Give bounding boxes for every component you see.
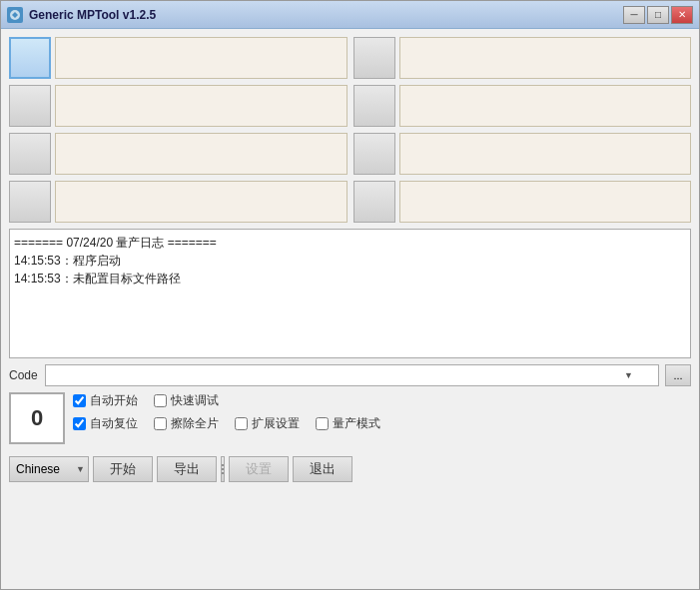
maximize-button[interactable]: □ [647, 6, 669, 24]
mass-production-checkbox[interactable] [316, 417, 329, 430]
device-row-4 [9, 181, 348, 223]
device-button-5[interactable] [353, 37, 395, 79]
erase-all-label: 擦除全片 [171, 415, 219, 432]
auto-reset-label: 自动复位 [90, 415, 138, 432]
device-field-2 [55, 85, 348, 127]
start-button[interactable]: 开始 [93, 456, 153, 482]
export-button[interactable]: 导出 [157, 456, 217, 482]
auto-reset-checkbox[interactable] [73, 417, 86, 430]
checkboxes-section: 自动开始 快速调试 自动复位 擦除全片 [73, 392, 691, 432]
device-button-2[interactable] [9, 85, 51, 127]
device-field-6 [399, 85, 692, 127]
app-icon [7, 7, 23, 23]
expand-settings-label: 扩展设置 [252, 415, 300, 432]
device-button-7[interactable] [353, 133, 395, 175]
expand-settings-checkbox[interactable] [235, 417, 248, 430]
main-window: Generic MPTool v1.2.5 ─ □ ✕ [0, 0, 700, 590]
checkbox-row-2: 自动复位 擦除全片 扩展设置 量产模式 [73, 415, 691, 432]
erase-all-checkbox[interactable] [154, 417, 167, 430]
auto-reset-checkbox-item[interactable]: 自动复位 [73, 415, 138, 432]
device-button-8[interactable] [353, 181, 395, 223]
bottom-section: 0 自动开始 快速调试 自动复位 [9, 392, 691, 444]
device-field-7 [399, 133, 692, 175]
device-button-4[interactable] [9, 181, 51, 223]
device-row-6 [353, 85, 692, 127]
close-button[interactable]: ✕ [671, 6, 693, 24]
log-line-1: ======= 07/24/20 量产日志 ======= [14, 234, 686, 252]
action-buttons-row: Chinese English ▼ 开始 导出 设置 退出 [9, 456, 691, 482]
mass-production-label: 量产模式 [333, 415, 380, 432]
device-row-5 [353, 37, 692, 79]
counter-value: 0 [31, 405, 43, 431]
device-button-1[interactable] [9, 37, 51, 79]
separator-button[interactable] [221, 456, 225, 482]
auto-start-checkbox[interactable] [73, 394, 86, 407]
quick-debug-label: 快速调试 [171, 392, 219, 409]
device-button-3[interactable] [9, 133, 51, 175]
main-content: ======= 07/24/20 量产日志 ======= 14:15:53：程… [1, 29, 699, 589]
code-row: Code ... [9, 364, 691, 386]
log-area: ======= 07/24/20 量产日志 ======= 14:15:53：程… [9, 229, 691, 358]
quick-debug-checkbox-item[interactable]: 快速调试 [154, 392, 219, 409]
settings-button[interactable]: 设置 [229, 456, 289, 482]
auto-start-checkbox-item[interactable]: 自动开始 [73, 392, 138, 409]
sep-dot-2 [222, 468, 224, 470]
log-line-2: 14:15:53：程序启动 [14, 252, 686, 270]
expand-settings-checkbox-item[interactable]: 扩展设置 [235, 415, 300, 432]
code-combo-wrapper [45, 364, 659, 386]
window-controls: ─ □ ✕ [623, 6, 693, 24]
sep-dot-3 [222, 472, 224, 474]
erase-all-checkbox-item[interactable]: 擦除全片 [154, 415, 219, 432]
minimize-button[interactable]: ─ [623, 6, 645, 24]
mass-production-checkbox-item[interactable]: 量产模式 [316, 415, 380, 432]
device-grid [9, 37, 691, 223]
quick-debug-checkbox[interactable] [154, 394, 167, 407]
device-field-3 [55, 133, 348, 175]
counter-box: 0 [9, 392, 65, 444]
window-title: Generic MPTool v1.2.5 [29, 8, 623, 22]
title-bar: Generic MPTool v1.2.5 ─ □ ✕ [1, 1, 699, 29]
checkbox-row-1: 自动开始 快速调试 [73, 392, 691, 409]
language-select-wrapper: Chinese English ▼ [9, 456, 89, 482]
log-line-3: 14:15:53：未配置目标文件路径 [14, 270, 686, 288]
device-row-8 [353, 181, 692, 223]
device-button-6[interactable] [353, 85, 395, 127]
device-field-1 [55, 37, 348, 79]
exit-button[interactable]: 退出 [293, 456, 352, 482]
code-select[interactable] [45, 364, 659, 386]
device-field-8 [399, 181, 692, 223]
device-row-7 [353, 133, 692, 175]
auto-start-label: 自动开始 [90, 392, 138, 409]
device-row-3 [9, 133, 348, 175]
device-row-1 [9, 37, 348, 79]
device-field-5 [399, 37, 692, 79]
sep-dot-1 [222, 464, 224, 466]
code-label: Code [9, 368, 39, 382]
device-field-4 [55, 181, 348, 223]
device-row-2 [9, 85, 348, 127]
language-select[interactable]: Chinese English [9, 456, 89, 482]
browse-button[interactable]: ... [665, 364, 691, 386]
